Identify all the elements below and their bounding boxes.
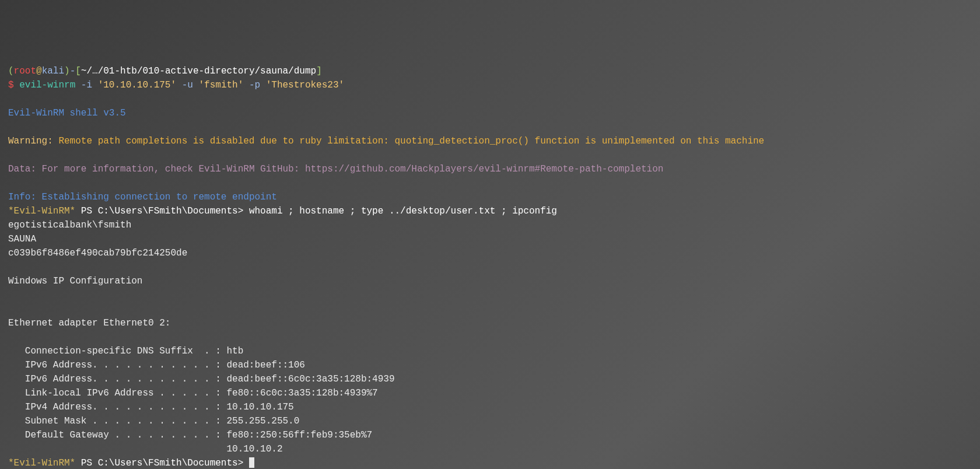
ps-prompt-final[interactable]: *Evil-WinRM* PS C:\Users\FSmith\Document… [8, 456, 972, 469]
info-text: Establishing connection to remote endpoi… [36, 192, 277, 202]
ps-label: PS [75, 206, 97, 216]
ipconfig-row: IPv6 Address. . . . . . . . . . . : dead… [8, 358, 972, 372]
command-line: $ evil-winrm -i '10.10.10.175' -u 'fsmit… [8, 78, 972, 92]
data-label: Data: [8, 164, 36, 174]
ipconfig-title: Windows IP Configuration [8, 274, 972, 288]
bracket-open: [ [75, 66, 81, 76]
ps-label: PS [75, 458, 97, 468]
shell-host: kali [42, 66, 64, 76]
warning-text: Remote path completions is disabled due … [53, 136, 764, 146]
shell-user: root [14, 66, 36, 76]
arg-pass: 'Thestrokes23' [266, 80, 344, 90]
dash-sep: - [70, 66, 76, 76]
paren-close: ) [64, 66, 70, 76]
cursor-icon [249, 457, 254, 468]
ps-command: whoami ; hostname ; type ../desktop/user… [249, 206, 557, 216]
shell-prompt-line: (root@kali)-[~/…/01-htb/010-active-direc… [8, 64, 972, 78]
arg-ip: '10.10.10.175' [98, 80, 176, 90]
bracket-close: ] [316, 66, 322, 76]
data-text: For more information, check Evil-WinRM G… [36, 164, 663, 174]
evil-winrm-star: *Evil-WinRM* [8, 458, 75, 468]
at-icon: @ [36, 66, 42, 76]
flag-i: -i [81, 80, 98, 90]
terminal-output[interactable]: (root@kali)-[~/…/01-htb/010-active-direc… [8, 64, 972, 469]
adapter-name: Ethernet adapter Ethernet0 2: [8, 316, 972, 330]
info-label: Info: [8, 192, 36, 202]
ipconfig-row: Link-local IPv6 Address . . . . . : fe80… [8, 386, 972, 400]
dollar-icon: $ [8, 80, 14, 90]
flag-u: -u [176, 80, 198, 90]
flag-p: -p [243, 80, 265, 90]
command-name: evil-winrm [14, 80, 81, 90]
shell-path: ~/…/01-htb/010-active-directory/sauna/du… [81, 66, 316, 76]
ps-path: C:\Users\FSmith\Documents> [98, 458, 249, 468]
paren-open: ( [8, 66, 14, 76]
ipconfig-row: Connection-specific DNS Suffix . : htb [8, 344, 972, 358]
output-flag: c039b6f8486ef490cab79bfc214250de [8, 246, 972, 260]
ipconfig-row: IPv4 Address. . . . . . . . . . . : 10.1… [8, 400, 972, 414]
arg-user: 'fsmith' [198, 80, 243, 90]
ps-command-line: *Evil-WinRM* PS C:\Users\FSmith\Document… [8, 204, 972, 218]
warning-label: Warning: [8, 136, 53, 146]
ps-path: C:\Users\FSmith\Documents> [98, 206, 249, 216]
banner-text: Evil-WinRM shell v3.5 [8, 106, 972, 120]
warning-line: Warning: Remote path completions is disa… [8, 134, 972, 148]
ipconfig-row: Default Gateway . . . . . . . . . : fe80… [8, 428, 972, 442]
evil-winrm-star: *Evil-WinRM* [8, 206, 75, 216]
ipconfig-row: IPv6 Address. . . . . . . . . . . : dead… [8, 372, 972, 386]
ipconfig-row: 10.10.10.2 [8, 442, 972, 456]
data-line: Data: For more information, check Evil-W… [8, 162, 972, 176]
output-user: egotisticalbank\fsmith [8, 218, 972, 232]
ipconfig-row: Subnet Mask . . . . . . . . . . . : 255.… [8, 414, 972, 428]
info-line: Info: Establishing connection to remote … [8, 190, 972, 204]
output-hostname: SAUNA [8, 232, 972, 246]
